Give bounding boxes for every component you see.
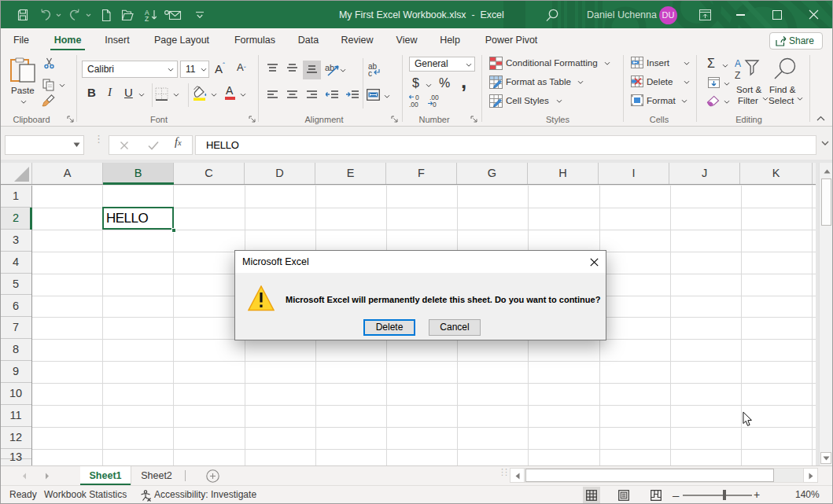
svg-text:c: c <box>368 69 372 77</box>
svg-text:.00: .00 <box>409 101 418 108</box>
svg-text:Z: Z <box>145 15 149 22</box>
svg-text:A: A <box>735 58 741 69</box>
svg-text:Z: Z <box>735 70 740 80</box>
svg-text:0: 0 <box>433 101 437 108</box>
